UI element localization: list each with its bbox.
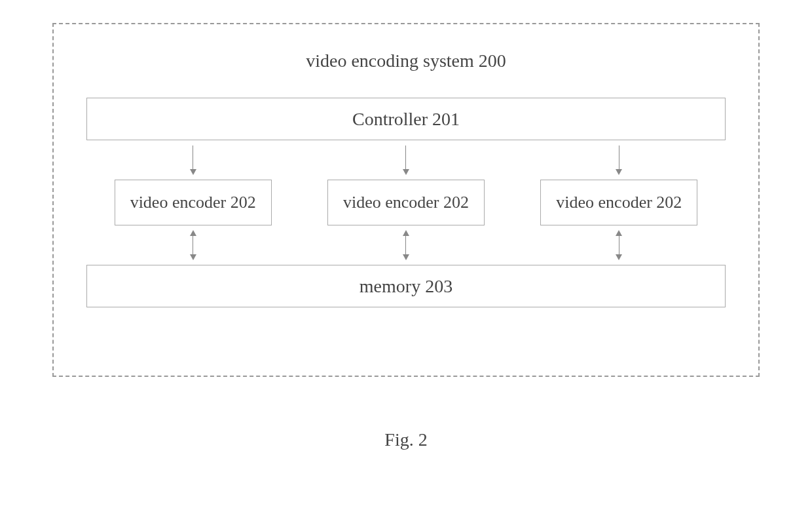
- memory-label: memory 203: [360, 276, 452, 297]
- encoder-box: video encoder 202: [327, 180, 485, 225]
- arrows-controller-to-encoders: [86, 140, 726, 180]
- encoder-box: video encoder 202: [540, 180, 697, 225]
- arrows-encoders-to-memory: [86, 225, 726, 265]
- arrow-bidirectional-icon: [190, 230, 196, 260]
- figure-caption: Fig. 2: [0, 429, 812, 450]
- arrow-down-icon: [618, 146, 619, 175]
- encoder-label: video encoder 202: [130, 193, 256, 212]
- memory-box: memory 203: [86, 265, 726, 307]
- arrow-bidirectional-icon: [616, 230, 622, 260]
- encoder-label: video encoder 202: [343, 193, 469, 212]
- controller-box: Controller 201: [86, 98, 726, 140]
- encoder-row: video encoder 202 video encoder 202 vide…: [86, 180, 726, 225]
- system-outer-box: video encoding system 200 Controller 201…: [52, 23, 760, 377]
- arrow-down-icon: [193, 146, 194, 175]
- encoder-box: video encoder 202: [115, 180, 272, 225]
- controller-label: Controller 201: [352, 109, 460, 130]
- arrow-down-icon: [405, 146, 407, 175]
- system-title: video encoding system 200: [86, 50, 726, 71]
- encoder-label: video encoder 202: [556, 193, 682, 212]
- arrow-bidirectional-icon: [403, 230, 409, 260]
